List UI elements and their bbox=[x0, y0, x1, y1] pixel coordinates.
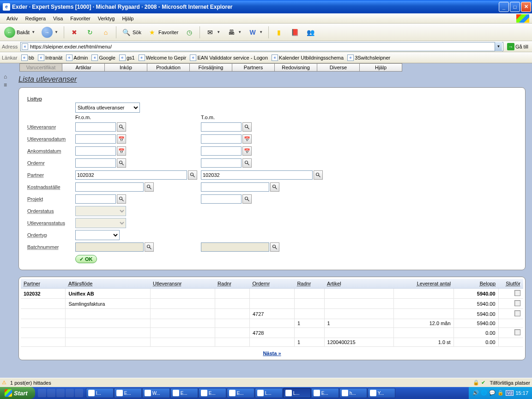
tab-produktion[interactable]: Produktion bbox=[147, 63, 190, 72]
col-affarsflode[interactable]: Affärsflöde bbox=[66, 279, 150, 289]
list-small-icon[interactable]: ≡ bbox=[4, 82, 11, 88]
task-item[interactable]: E... bbox=[227, 388, 254, 398]
menu-hjalp[interactable]: Hjälp bbox=[118, 15, 137, 22]
task-item[interactable]: h... bbox=[339, 388, 367, 398]
table-row[interactable]: 102032Uniflex AB5940.00 bbox=[21, 289, 523, 299]
ordertyp-select[interactable] bbox=[75, 230, 120, 240]
link-kalender[interactable]: eKalender Utbildningsschema bbox=[272, 54, 344, 61]
start-button[interactable]: Start bbox=[0, 387, 35, 399]
research-button[interactable]: 📕 bbox=[288, 26, 302, 39]
partner-from-input[interactable] bbox=[75, 170, 187, 180]
mail-button[interactable]: ✉▼ bbox=[203, 26, 223, 39]
calendar-button[interactable]: 📅 bbox=[117, 134, 126, 144]
checkbox[interactable] bbox=[514, 300, 520, 306]
tray-icon[interactable]: 🔒 bbox=[497, 390, 504, 396]
listtyp-select[interactable]: Slutföra utleveranser bbox=[75, 103, 140, 113]
projekt-to-input[interactable] bbox=[201, 194, 242, 204]
calendar-button[interactable]: 📅 bbox=[117, 146, 126, 156]
menu-redigera[interactable]: Redigera bbox=[21, 15, 49, 22]
language-indicator[interactable]: V2 bbox=[506, 390, 514, 396]
home-small-icon[interactable]: ⌂ bbox=[4, 73, 11, 80]
link-gepir[interactable]: eWelcome to Gepir bbox=[139, 54, 187, 61]
menu-favoriter[interactable]: Favoriter bbox=[66, 15, 94, 22]
maximize-button[interactable]: □ bbox=[510, 2, 520, 12]
menu-arkiv[interactable]: Arkiv bbox=[3, 15, 21, 22]
table-row[interactable]: 112004002151.0 st0.00 bbox=[21, 338, 523, 347]
checkbox[interactable] bbox=[514, 329, 520, 335]
table-row[interactable]: 1112.0 mån5940.00 bbox=[21, 319, 523, 328]
tab-diverse[interactable]: Diverse bbox=[317, 63, 360, 72]
tray-icon[interactable]: 🔊 bbox=[472, 390, 479, 396]
lookup-button[interactable] bbox=[117, 122, 126, 132]
edit-button[interactable]: W▼ bbox=[246, 26, 265, 39]
batchnummer-from-input[interactable] bbox=[75, 242, 144, 252]
lookup-button[interactable] bbox=[188, 170, 197, 180]
menu-verktyg[interactable]: Verktyg bbox=[94, 15, 119, 22]
calendar-button[interactable]: 📅 bbox=[242, 146, 252, 156]
menu-visa[interactable]: Visa bbox=[49, 15, 66, 22]
task-item[interactable]: W... bbox=[142, 388, 170, 398]
tab-inkop[interactable]: Inköp bbox=[104, 63, 147, 72]
projekt-from-input[interactable] bbox=[75, 194, 116, 204]
task-item[interactable]: I... bbox=[86, 388, 114, 398]
lookup-button[interactable] bbox=[117, 194, 126, 204]
ql-ie-icon[interactable] bbox=[47, 389, 55, 397]
col-radnr1[interactable]: Radnr bbox=[215, 279, 249, 289]
lookup-button[interactable] bbox=[242, 158, 252, 168]
folder-button[interactable]: ▮ bbox=[272, 26, 286, 39]
ankomstdatum-from-input[interactable] bbox=[75, 146, 116, 156]
tab-hjalp[interactable]: Hjälp bbox=[359, 63, 402, 72]
task-item[interactable]: Y... bbox=[368, 388, 395, 398]
table-row[interactable]: Samlingsfaktura5940.00 bbox=[21, 299, 523, 309]
link-admin[interactable]: eAdmin bbox=[66, 54, 88, 61]
task-item[interactable]: L... bbox=[255, 388, 283, 398]
print-button[interactable]: 🖶▼ bbox=[224, 26, 244, 39]
address-dropdown-button[interactable]: ▼ bbox=[495, 42, 502, 51]
task-item[interactable]: E... bbox=[170, 388, 198, 398]
tab-redovisning[interactable]: Redovisning bbox=[274, 63, 317, 72]
tab-forsaljning[interactable]: Försäljning bbox=[189, 63, 232, 72]
col-radnr2[interactable]: Radnr bbox=[294, 279, 324, 289]
ok-button[interactable]: ✓OK bbox=[75, 255, 97, 263]
search-button[interactable]: 🔍Sök bbox=[120, 26, 144, 39]
lookup-button[interactable] bbox=[242, 122, 252, 132]
go-button[interactable]: → Gå till bbox=[505, 42, 530, 51]
link-google[interactable]: eGoogle bbox=[91, 54, 115, 61]
utleveransdatum-from-input[interactable] bbox=[75, 134, 116, 144]
link-ean[interactable]: eEAN Validdator service - Logon bbox=[190, 54, 268, 61]
tab-partners[interactable]: Partners bbox=[232, 63, 275, 72]
ql-outlook-icon[interactable] bbox=[56, 389, 65, 397]
lookup-button[interactable] bbox=[314, 170, 323, 180]
link-gs1[interactable]: egs1 bbox=[119, 54, 135, 61]
minimize-button[interactable]: _ bbox=[499, 2, 509, 12]
ankomstdatum-to-input[interactable] bbox=[201, 146, 242, 156]
ql-desktop-icon[interactable] bbox=[38, 389, 46, 397]
link-3switch[interactable]: e3Switchsleipner bbox=[347, 54, 390, 61]
address-input[interactable] bbox=[30, 44, 495, 49]
kostnad-to-input[interactable] bbox=[201, 182, 269, 192]
home-button[interactable]: ⌂ bbox=[99, 26, 113, 39]
task-item[interactable]: E... bbox=[114, 388, 142, 398]
clock[interactable]: 15:17 bbox=[515, 390, 528, 396]
tab-artiklar[interactable]: Artiklar bbox=[62, 63, 105, 72]
next-link[interactable]: Nästa » bbox=[21, 347, 523, 358]
utleveransnr-to-input[interactable] bbox=[201, 122, 242, 132]
tray-icon[interactable]: 💬 bbox=[489, 390, 496, 396]
history-button[interactable]: ◷ bbox=[182, 26, 196, 39]
link-intranat[interactable]: eIntranät bbox=[38, 54, 62, 61]
stop-button[interactable]: ✖ bbox=[67, 26, 81, 39]
col-levererat[interactable]: Levererat antal bbox=[394, 279, 453, 289]
lookup-button[interactable] bbox=[242, 194, 252, 204]
forward-button[interactable]: → ▼ bbox=[39, 26, 60, 39]
tab-varucertifikat[interactable]: Varucertifikat bbox=[19, 63, 62, 72]
utleveransdatum-to-input[interactable] bbox=[201, 134, 242, 144]
table-row[interactable]: 47275940.00 bbox=[21, 309, 523, 319]
back-button[interactable]: ← Bakåt ▼ bbox=[2, 26, 37, 39]
lookup-button[interactable] bbox=[117, 158, 126, 168]
col-artikel[interactable]: Artikel bbox=[324, 279, 394, 289]
task-item[interactable]: E... bbox=[311, 388, 339, 398]
refresh-button[interactable]: ↻ bbox=[83, 26, 97, 39]
address-input-wrap[interactable]: e ▼ bbox=[20, 42, 503, 51]
ordernr-from-input[interactable] bbox=[75, 158, 116, 168]
checkbox[interactable] bbox=[514, 310, 520, 316]
